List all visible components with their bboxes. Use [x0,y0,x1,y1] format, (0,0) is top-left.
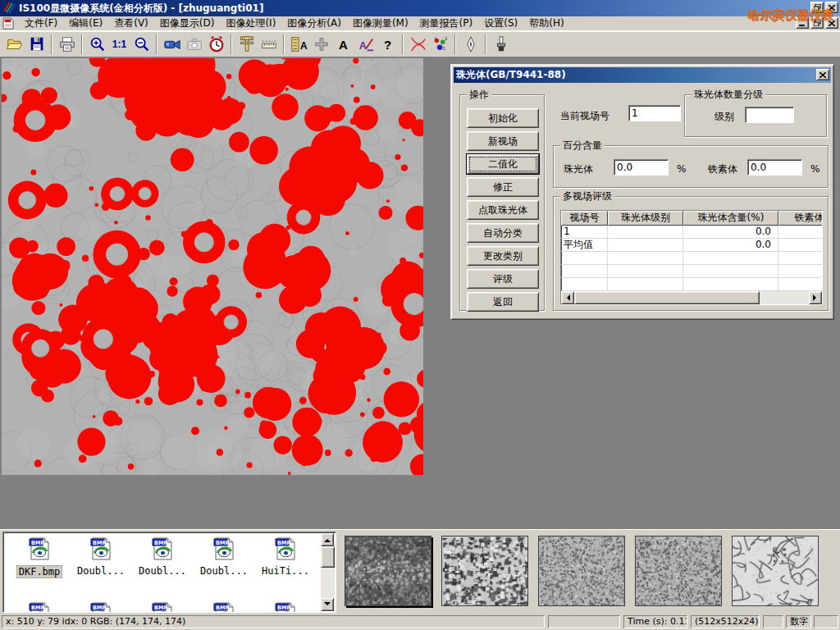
table-row[interactable] [561,265,822,278]
svg-text:3: 3 [442,47,445,51]
micrograph-image[interactable] [2,58,423,475]
zoom-in-button[interactable] [86,34,108,56]
scroll-left-button[interactable] [561,291,574,304]
file-name[interactable]: HuiTi... [260,565,311,577]
save-button[interactable] [25,34,48,56]
toolbar: 1:1 A A A [0,31,840,57]
open-file-button[interactable] [3,34,25,56]
file-item[interactable]: BMP Doubl... [194,536,253,577]
text-a-label: A [339,38,348,52]
file-listbox[interactable]: BMP DKF.bmp BMP Doubl... BMP [2,532,336,613]
file-item[interactable]: BMP DKF.bmp [10,536,69,578]
new-field-button[interactable]: 新视场 [467,131,539,151]
change-class-button[interactable]: 更改类别 [467,246,539,266]
col-pearlite-pct[interactable]: 珠光体含量(%) [683,211,778,226]
menu-help[interactable]: 帮助(H) [523,16,569,31]
thumbnail-2[interactable] [441,536,528,606]
toolbar-separator [283,34,285,54]
thumbnail-1[interactable] [345,536,431,606]
dialog-title-bar[interactable]: 珠光体(GB/T9441-88) [454,67,831,83]
menu-image-analysis[interactable]: 图像分析(A) [281,16,347,31]
file-name[interactable]: Doubl... [199,565,249,577]
rate-button[interactable]: 评级 [467,269,539,289]
dialog-close-button[interactable] [816,69,829,80]
toolbar-separator [485,34,486,54]
status-pixel-info: x: 510 y: 79 idx: 0 RGB: (174, 174, 174) [2,615,545,628]
zoom-actual-button[interactable]: 1:1 [108,34,130,56]
table-hscrollbar[interactable] [561,291,822,304]
scroll-right-button[interactable] [809,291,822,304]
file-item[interactable]: BMP [133,601,192,613]
table-row[interactable] [561,278,822,291]
title-bar: IS100显微摄像系统(金相分析版) - [zhuguangti01] [0,0,840,16]
grade-input[interactable] [745,107,794,123]
zoom-out-button[interactable] [130,34,153,56]
help-label: ? [384,38,391,52]
file-name[interactable]: DKF.bmp [16,565,63,578]
svg-text:BMP: BMP [31,540,44,546]
pick-pearlite-button[interactable]: 点取珠光体 [467,200,539,220]
file-name[interactable]: Doubl... [75,565,126,577]
menu-image-measure[interactable]: 图像测量(M) [347,16,414,31]
document-icon[interactable] [2,17,16,30]
file-item[interactable]: BMP Doubl... [71,536,130,577]
fill-brush-button[interactable] [490,34,512,56]
file-name[interactable]: Doubl... [137,565,188,577]
init-button[interactable]: 初始化 [467,108,539,128]
menu-measure-report[interactable]: 测量报告(P) [414,16,479,31]
binarize-button[interactable]: 二值化 [467,154,539,174]
scroll-down-button[interactable] [321,598,334,611]
file-item[interactable]: BMP HuiTi... [256,536,315,577]
window-title: IS100显微摄像系统(金相分析版) - [zhuguangti01] [19,2,263,16]
file-item[interactable]: BMP [10,601,69,613]
ferrite-unit: % [810,163,819,175]
svg-text:A: A [299,40,307,52]
rating-table[interactable]: 视场号 珠光体级别 珠光体含量(%) 铁素体含量(%) 1 0.0 平均值 [560,210,823,305]
thumbnail-4[interactable] [635,536,722,606]
ruler-button[interactable] [258,34,280,56]
correct-button[interactable]: 修正 [467,177,539,197]
scroll-up-button[interactable] [321,533,334,546]
return-button[interactable]: 返回 [467,292,539,312]
thumbnail-5[interactable] [732,536,819,606]
measure-text-button[interactable]: A [288,34,310,56]
thumbnail-3[interactable] [538,536,625,606]
camera-button[interactable] [183,34,205,56]
menu-image-process[interactable]: 图像处理(I) [220,16,281,31]
col-ferrite-pct[interactable]: 铁素体含量(%) [778,211,823,226]
file-item[interactable]: BMP [256,601,315,613]
menu-image-display[interactable]: 图像显示(D) [154,16,221,31]
menu-settings[interactable]: 设置(S) [478,16,523,31]
table-row[interactable]: 1 0.0 [561,226,822,239]
auto-classify-button[interactable]: 自动分类 [467,223,539,243]
menu-file[interactable]: 文件(F) [19,16,63,31]
video-capture-button[interactable] [161,34,183,56]
print-button[interactable] [56,34,78,56]
menu-view[interactable]: 查看(V) [108,16,154,31]
help-button[interactable]: ? [377,34,399,56]
pearlite-percent-input[interactable] [614,159,669,176]
menu-edit[interactable]: 编辑(E) [63,16,108,31]
text-edit-button[interactable]: A [354,34,377,56]
caliper-button[interactable] [235,34,258,56]
current-field-input[interactable] [628,105,681,121]
file-item[interactable]: BMP [194,601,253,613]
text-annotation-button[interactable]: A [332,34,354,56]
col-pearlite-grade[interactable]: 珠光体级别 [608,211,683,226]
table-row[interactable] [561,252,822,265]
pen-tool-button[interactable] [459,34,482,56]
file-item[interactable]: BMP Doubl... [133,536,192,577]
move-cross-button[interactable] [310,34,332,56]
phase-classify-button[interactable]: 123 [429,34,451,56]
file-item[interactable]: BMP [71,601,130,613]
file-list-scrollbar[interactable] [321,533,335,611]
timer-clock-button[interactable] [205,34,227,56]
ferrite-percent-input[interactable] [747,159,802,176]
status-empty-3 [814,615,838,628]
table-row[interactable]: 平均值 0.0 [561,239,822,252]
scroll-thumb[interactable] [574,291,760,304]
col-field-no[interactable]: 视场号 [561,211,608,226]
scroll-thumb[interactable] [321,546,335,568]
curve-tool-button[interactable] [407,34,429,56]
operation-group: 操作 初始化 新视场 二值化 修正 点取珠光体 自动分类 更改类别 评级 返回 [459,94,545,311]
